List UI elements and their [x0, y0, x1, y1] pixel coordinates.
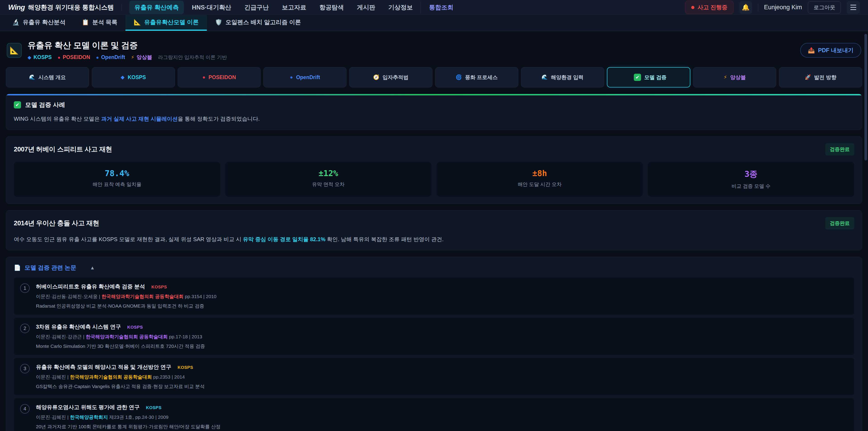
validation-intro-card: ✔ 모델 검증 사례 WING 시스템의 유출유 확산 모델은 과거 실제 사고… — [6, 94, 862, 130]
paper-journal: 한국해양과학기술협의회 공동학술대회 — [70, 374, 152, 379]
section-pill-label: 입자추적법 — [382, 74, 408, 81]
paper-model-badge: KOSPS — [146, 405, 162, 410]
tab[interactable]: 📋 분석 목록 — [74, 15, 126, 31]
paper-row[interactable]: 3 유출유 확산예측 모델의 해양사고 적용 및 개선방안 연구 KOSPS 이… — [14, 358, 854, 395]
section-pill[interactable]: 🌀 ✔ 풍화 프로세스 — [435, 67, 518, 88]
paper-journal: 한국해양공학회지 — [70, 414, 108, 420]
pdf-export-label: PDF 내보내기 — [818, 47, 854, 54]
divider — [758, 4, 758, 11]
divider — [121, 4, 122, 11]
section-pill-label: POSEIDON — [209, 74, 236, 81]
model-badge: ⚡ 앙상블 — [131, 54, 152, 61]
tab[interactable]: 📐 유출유확산모델 이론 — [125, 15, 207, 31]
paper-main: 해양유류오염사고 위해도 평가에 관한 연구 KOSPS 이문진·김혜진 | 한… — [36, 404, 848, 430]
nav-item[interactable]: 게시판 — [352, 1, 380, 14]
page-subtitle: ◆ KOSPS ● POSEIDON ● OpenDrift ⚡ — [28, 54, 227, 61]
model-badge-icon: ● — [58, 55, 61, 60]
paper-authors: 이문진·김선동·김혜진·오세웅 | 한국해양과학기술협의회 공동학술대회 pp.… — [36, 294, 848, 300]
paper-row[interactable]: 2 3차원 유출유 확산예측 시스템 연구 KOSPS 이문진·김혜진·강관근 … — [14, 318, 854, 355]
nav-item[interactable]: 유출유 확산예측 — [129, 1, 184, 14]
stat-box: ±12% 유막 면적 오차 — [225, 162, 432, 197]
logout-button[interactable]: 로그아웃 — [808, 1, 841, 13]
pdf-export-button[interactable]: 📤 PDF 내보내기 — [800, 43, 861, 58]
section-pill[interactable]: 🌊 ✔ 시스템 개요 — [6, 67, 89, 88]
paper-description: 20년 과거자료 기반 100회 몬테카를로 통계 위험평가·가로림만 해안/어… — [36, 424, 848, 430]
paper-description: Monte Carlo Simulation 기반 3D 확산모델·허베이 스피… — [36, 343, 848, 349]
section-pill-icon: 🌀 — [456, 74, 462, 80]
nav-item[interactable]: HNS·대기확산 — [187, 1, 236, 14]
section-pill[interactable]: ● ✔ OpenDrift — [264, 67, 346, 88]
section-pill-label: 모델 검증 — [644, 74, 666, 81]
stat-label: 비교 검증 모델 수 — [652, 183, 850, 190]
model-badge-label: POSEIDON — [63, 54, 90, 60]
hebei-case-header: 2007년 허베이 스피리트 사고 재현 검증완료 — [14, 143, 854, 155]
nav-item[interactable]: 통합조회 — [424, 1, 458, 14]
tab[interactable]: 🔬 유출유 확산분석 — [4, 15, 74, 31]
section-pill[interactable]: 🧭 ✔ 입자추적법 — [349, 67, 432, 88]
section-pill-icon: 🌊 — [29, 74, 35, 80]
tab-label: 유출유 확산분석 — [23, 18, 65, 26]
wuyisan-case-body: 여수 오동도 인근 원유 유출 사고를 KOSPS 모델로 재현한 결과, 실제… — [14, 235, 854, 243]
paper-title: 3차원 유출유 확산예측 시스템 연구 — [36, 323, 121, 331]
tab-icon: 📋 — [82, 19, 89, 26]
app-title: 해양환경 위기대응 통합시스템 — [28, 3, 114, 12]
section-pill[interactable]: ● ✔ POSEIDON — [178, 67, 261, 88]
paper-row[interactable]: 1 허베이스피리트호 유출유 확산예측 검증 분석 KOSPS 이문진·김선동·… — [14, 278, 854, 315]
stat-box: ±8h 해안 도달 시간 오차 — [436, 162, 643, 197]
model-badge: ● POSEIDON — [58, 54, 90, 60]
notifications-button[interactable]: 🔔 — [739, 1, 752, 14]
app-logo[interactable]: Wing 해양환경 위기대응 통합시스템 — [8, 3, 114, 12]
tab-icon: 🛡️ — [215, 19, 222, 26]
nav-item[interactable]: 보고자료 — [277, 1, 311, 14]
page-title-block: 유출유 확산 모델 이론 및 검증 ◆ KOSPS ● POSEIDON ● — [28, 40, 227, 61]
validated-badge: 검증완료 — [825, 143, 854, 155]
section-pill[interactable]: ◆ ✔ KOSPS — [92, 67, 175, 88]
paper-number: 3 — [20, 364, 30, 373]
section-pill[interactable]: ⚡ ✔ 앙상블 — [693, 67, 776, 88]
section-pill[interactable]: 🌊 ✔ 해양환경 입력 — [521, 67, 604, 88]
incident-status-badge[interactable]: 사고 진행중 — [685, 1, 734, 14]
page-header: 📐 유출유 확산 모델 이론 및 검증 ◆ KOSPS ● POSEIDON — [7, 40, 861, 61]
wuyisan-case-title: 2014년 우이산 충돌 사고 재현 — [14, 219, 99, 228]
paper-journal: 한국해양과학기술협의회 공동학술대회 — [101, 294, 184, 299]
section-pill[interactable]: 🚀 ✔ 발전 방향 — [779, 67, 862, 88]
papers-card: 📄 모델 검증 관련 논문 ▲ 1 허베이스피리트호 유출유 확산예측 검증 분… — [6, 257, 862, 431]
wuyisan-case-header: 2014년 우이산 충돌 사고 재현 검증완료 — [14, 217, 854, 229]
nav-item[interactable]: 긴급구난 — [239, 1, 274, 14]
section-pill-icon: 🚀 — [805, 74, 811, 80]
incident-status-label: 사고 진행중 — [698, 4, 727, 11]
validated-badge: 검증완료 — [825, 217, 854, 229]
scrollbar-thumb[interactable] — [864, 34, 867, 160]
stat-value: ±12% — [230, 168, 427, 178]
paper-main: 허베이스피리트호 유출유 확산예측 검증 분석 KOSPS 이문진·김선동·김혜… — [36, 283, 848, 309]
paper-row[interactable]: 4 해양유류오염사고 위해도 평가에 관한 연구 KOSPS 이문진·김혜진 |… — [14, 398, 854, 431]
validation-intro-header: ✔ 모델 검증 사례 — [14, 101, 854, 109]
paper-description: Radarsat 인공위성영상 비교 분석·NOAA GNOME과 동일 입력조… — [36, 303, 848, 309]
collapse-arrow-icon[interactable]: ▲ — [90, 265, 95, 271]
paper-title-row: 유출유 확산예측 모델의 해양사고 적용 및 개선방안 연구 KOSPS — [36, 363, 848, 371]
tab[interactable]: 🛡️ 오일펜스 배치 알고리즘 이론 — [207, 15, 309, 31]
model-badge: ◆ KOSPS — [28, 54, 52, 60]
hebei-case-card: 2007년 허베이 스피리트 사고 재현 검증완료 78.4% 해안 표착 예측… — [6, 136, 862, 204]
section-pill[interactable]: ✔ 모델 검증 — [607, 67, 690, 88]
model-badge-icon: ● — [96, 55, 99, 60]
hamburger-menu-button[interactable] — [847, 1, 860, 14]
section-pill-icon: ● — [202, 74, 205, 80]
triangle-ruler-icon: 📐 — [7, 43, 22, 58]
nav-item[interactable]: 기상정보 — [383, 1, 418, 14]
section-pill-label: 해양환경 입력 — [551, 74, 583, 81]
section-nav: 🌊 ✔ 시스템 개요 ◆ ✔ KOSPS ● ✔ POSEIDON ● ✔ Op… — [6, 67, 862, 88]
scrollbar[interactable] — [864, 34, 867, 431]
nav-item[interactable]: 항공탐색 — [314, 1, 349, 14]
stat-label: 해안 표착 예측 일치율 — [18, 181, 216, 188]
model-badge-label: OpenDrift — [101, 54, 125, 60]
paper-title-row: 해양유류오염사고 위해도 평가에 관한 연구 KOSPS — [36, 404, 848, 411]
paper-number: 4 — [20, 404, 30, 413]
model-badge-icon: ⚡ — [131, 55, 134, 60]
section-pill-icon: ◆ — [121, 74, 125, 80]
paper-model-badge: KOSPS — [178, 365, 193, 370]
paper-authors: 이문진·김혜진·강관근 | 한국해양과학기술협의회 공동학술대회 pp.17-1… — [36, 334, 848, 340]
paper-model-badge: KOSPS — [151, 284, 167, 289]
stat-value: ±8h — [441, 168, 638, 178]
model-badge: ● OpenDrift — [96, 54, 125, 60]
